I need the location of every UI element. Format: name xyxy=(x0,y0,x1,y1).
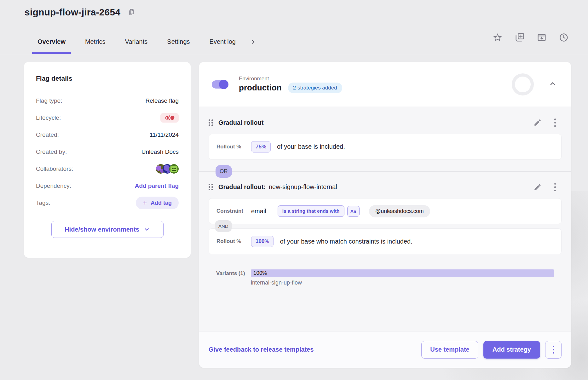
or-chip: OR xyxy=(216,165,232,178)
flag-tabs: Overview Metrics Variants Settings Event… xyxy=(28,30,261,54)
flag-details-panel: Flag details Flag type: Release flag Lif… xyxy=(24,62,191,258)
strategy-1-header: Gradual rollout xyxy=(209,118,562,127)
flag-details-heading: Flag details xyxy=(36,75,179,82)
hide-show-environments-button[interactable]: Hide/show environments xyxy=(51,221,164,238)
archive-icon[interactable] xyxy=(535,31,548,44)
dependency-row: Dependency: Add parent flag xyxy=(36,177,179,194)
add-tag-label: Add tag xyxy=(151,200,172,206)
tab-overview[interactable]: Overview xyxy=(28,30,75,54)
chevron-down-icon xyxy=(144,226,150,233)
variants-label: Variants (1) xyxy=(216,270,251,277)
variant-percent: 100% xyxy=(253,270,267,276)
variant-name: internal-sign-up-flow xyxy=(251,279,554,286)
strategy-2-title: Gradual rollout: xyxy=(218,183,266,191)
created-value: 11/11/2024 xyxy=(150,131,179,138)
avatar[interactable] xyxy=(169,164,179,174)
toggle-thumb xyxy=(219,80,228,89)
environment-footer: Give feedback to release templates Use t… xyxy=(199,331,571,368)
created-by-value: Unleash Docs xyxy=(141,148,179,155)
tabs-divider xyxy=(0,54,588,54)
constraint-card: Constraint email is a string that ends w… xyxy=(209,198,562,224)
edit-strategy-pencil-icon[interactable] xyxy=(533,183,542,191)
environment-title: Environment production 2 strategies adde… xyxy=(239,76,342,93)
tab-event-log[interactable]: Event log xyxy=(200,30,245,54)
created-by-row: Created by: Unleash Docs xyxy=(36,143,179,160)
flag-type-label: Flag type: xyxy=(36,97,62,104)
strategy-list: Gradual rollout Rollout % 75% of your ba… xyxy=(199,107,571,331)
hide-show-environments-label: Hide/show environments xyxy=(65,226,139,233)
tab-settings[interactable]: Settings xyxy=(157,30,199,54)
strategy-2-header: Gradual rollout: new-signup-flow-interna… xyxy=(209,183,562,192)
rollout-description: of your base is included. xyxy=(277,143,345,150)
rollout-percent-badge: 100% xyxy=(251,236,274,247)
constraint-operator-badge: is a string that ends with xyxy=(278,205,344,217)
history-clock-icon[interactable] xyxy=(557,31,570,44)
collaborators-label: Collaborators: xyxy=(36,165,73,172)
rollout-description: of your base who match constraints is in… xyxy=(280,238,412,245)
and-chip: AND xyxy=(215,220,232,232)
tabs-overflow-chevron-icon[interactable] xyxy=(245,30,261,54)
copy-name-icon[interactable] xyxy=(127,8,136,17)
strategy-2-name: new-signup-flow-internal xyxy=(269,183,337,191)
footer-menu-kebab-icon[interactable] xyxy=(545,341,562,359)
strategy-menu-kebab-icon[interactable] xyxy=(554,118,556,127)
strategy-2-rollout-card: Rollout % 100% of your base who match co… xyxy=(209,228,562,254)
use-template-button[interactable]: Use template xyxy=(421,341,478,359)
constraint-label: Constraint xyxy=(216,208,251,214)
rollout-label: Rollout % xyxy=(216,144,251,150)
collapse-environment-button[interactable] xyxy=(547,78,558,90)
add-tag-button[interactable]: + Add tag xyxy=(136,197,179,209)
feedback-link[interactable]: Give feedback to release templates xyxy=(209,346,314,353)
flag-actions xyxy=(491,31,570,44)
chevron-up-icon xyxy=(549,80,556,88)
rollout-percent-badge: 75% xyxy=(251,141,271,153)
lifecycle-row: Lifecycle: xyxy=(36,109,179,126)
environment-label: Environment xyxy=(239,76,342,82)
variants-section: Variants (1) 100% internal-sign-up-flow xyxy=(209,269,562,286)
drag-handle-icon[interactable] xyxy=(209,119,213,126)
constraint-field: email xyxy=(251,208,266,215)
environment-toggle[interactable] xyxy=(212,80,228,89)
copy-flag-icon[interactable] xyxy=(513,31,526,44)
edit-strategy-pencil-icon[interactable] xyxy=(533,118,542,127)
created-row: Created: 11/11/2024 xyxy=(36,126,179,143)
page-title: signup-flow-jira-2654 xyxy=(25,7,120,18)
created-label: Created: xyxy=(36,131,59,138)
environment-card: Environment production 2 strategies adde… xyxy=(199,62,571,368)
rollout-label: Rollout % xyxy=(216,238,251,245)
tags-label: Tags: xyxy=(36,199,50,206)
strategy-1-rollout-card: Rollout % 75% of your base is included. xyxy=(209,134,562,160)
strategy-separator: OR xyxy=(209,160,562,183)
page-header: signup-flow-jira-2654 xyxy=(25,7,136,18)
lifecycle-label: Lifecycle: xyxy=(36,114,61,121)
metrics-ring xyxy=(512,73,534,95)
strategies-count-badge: 2 strategies added xyxy=(288,83,342,93)
created-by-label: Created by: xyxy=(36,148,67,155)
collaborators-row: Collaborators: xyxy=(36,160,179,177)
strategy-1-title: Gradual rollout xyxy=(218,119,263,126)
environment-header: Environment production 2 strategies adde… xyxy=(199,62,571,107)
plus-icon: + xyxy=(143,199,147,206)
flag-type-value: Release flag xyxy=(145,97,179,104)
dependency-label: Dependency: xyxy=(36,182,71,189)
tags-row: Tags: + Add tag xyxy=(36,194,179,211)
add-parent-flag-link[interactable]: Add parent flag xyxy=(135,182,179,189)
case-sensitive-badge: Aa xyxy=(347,206,360,217)
environment-name: production xyxy=(239,83,282,93)
favorite-star-icon[interactable] xyxy=(491,31,504,44)
flag-type-row: Flag type: Release flag xyxy=(36,92,179,109)
constraint-value-pill: @unleashdocs.com xyxy=(369,205,430,217)
strategy-menu-kebab-icon[interactable] xyxy=(554,183,556,192)
collaborator-avatars xyxy=(156,164,179,174)
add-strategy-button[interactable]: Add strategy xyxy=(483,341,540,359)
lifecycle-stage-icon[interactable] xyxy=(160,113,179,123)
tab-variants[interactable]: Variants xyxy=(115,30,157,54)
tab-metrics[interactable]: Metrics xyxy=(75,30,115,54)
variant-distribution-bar: 100% xyxy=(251,269,554,277)
drag-handle-icon[interactable] xyxy=(209,184,213,190)
